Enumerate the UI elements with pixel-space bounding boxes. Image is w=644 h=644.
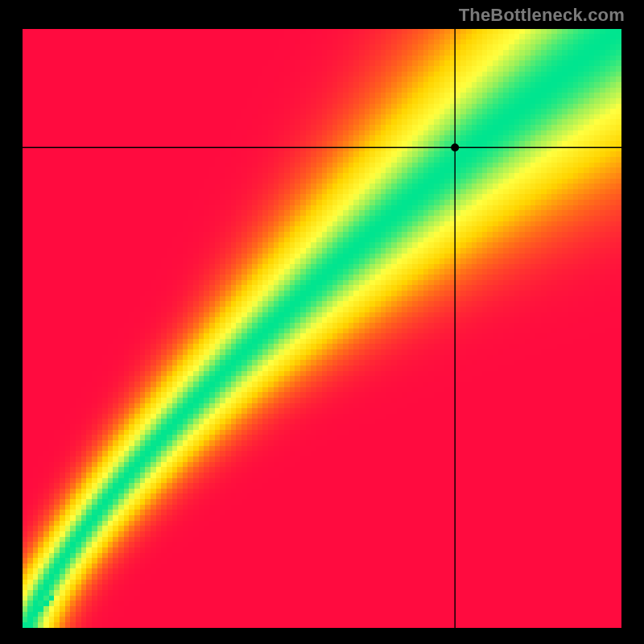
watermark: TheBottleneck.com [459,5,625,26]
bottleneck-heatmap [23,29,621,628]
chart-container: TheBottleneck.com [0,0,644,644]
